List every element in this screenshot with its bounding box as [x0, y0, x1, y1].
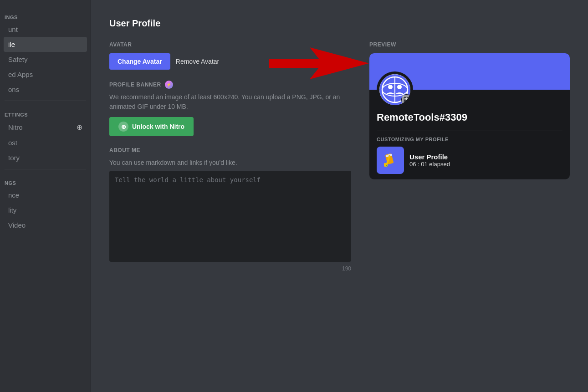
sidebar-item-history[interactable]: tory	[4, 150, 87, 165]
nitro-swirl-icon: ⊕	[77, 123, 82, 132]
sidebar-item-account[interactable]: unt	[4, 22, 87, 37]
sidebar-item-label: ons	[8, 86, 19, 93]
customizing-section: CUSTOMIZING MY PROFILE	[369, 131, 570, 179]
preview-avatar-area	[369, 71, 570, 108]
sidebar-item-boost[interactable]: ost	[4, 135, 87, 150]
about-me-description: You can use markdown and links if you'd …	[109, 159, 351, 166]
change-avatar-button[interactable]: Change Avatar	[109, 53, 170, 70]
sidebar-divider-2	[5, 169, 86, 169]
right-column: PREVIEW	[369, 41, 570, 272]
activity-icon	[377, 147, 404, 174]
avatar-buttons-wrapper: Change Avatar Remove Avatar	[109, 53, 351, 70]
preview-label: PREVIEW	[369, 41, 570, 48]
remove-avatar-button[interactable]: Remove Avatar	[176, 58, 219, 65]
profile-banner-section: PROFILE BANNER ⚡ We recommend an image o…	[109, 81, 351, 136]
preview-avatar	[377, 71, 413, 108]
two-col-layout: AVATAR Change Avatar Remove Avatar PROFI…	[109, 41, 570, 272]
sidebar-item-video[interactable]: Video	[4, 218, 87, 233]
about-me-section: ABOUT ME You can use markdown and links …	[109, 147, 351, 272]
avatar-buttons: Change Avatar Remove Avatar	[109, 53, 351, 70]
unlock-nitro-button[interactable]: ⊕ Unlock with Nitro	[109, 117, 194, 136]
profile-banner-label: PROFILE BANNER	[109, 81, 161, 88]
sidebar-item-label: ed Apps	[8, 71, 33, 78]
sidebar-section-app-settings: ETTINGS Nitro ⊕ ost tory	[0, 105, 91, 165]
unlock-nitro-label: Unlock with Nitro	[132, 123, 184, 130]
nitro-badge-icon: ⚡	[165, 81, 173, 89]
pencil-icon	[382, 152, 399, 168]
sidebar-item-safety[interactable]: Safety	[4, 52, 87, 67]
main-content: User Profile AVATAR Change Avatar Remove…	[91, 0, 588, 392]
sidebar-item-label: Video	[8, 221, 26, 229]
banner-description: We recommend an image of at least 600x24…	[109, 92, 351, 112]
sidebar-item-label: tory	[8, 154, 20, 162]
char-count: 190	[109, 265, 351, 272]
activity-info: User Profile 06 : 01 elapsed	[409, 153, 450, 168]
about-me-textarea[interactable]	[109, 171, 351, 262]
sidebar-section-label-app-settings: ETTINGS	[0, 105, 91, 119]
avatar-edit-icon[interactable]	[401, 94, 412, 105]
sidebar-item-connections[interactable]: ons	[4, 82, 87, 97]
sidebar-item-label: Nitro	[8, 123, 23, 131]
sidebar-item-label: unt	[8, 25, 18, 33]
preview-username: RemoteTools#3309	[369, 108, 570, 131]
page-title: User Profile	[109, 18, 570, 29]
sidebar-item-appearance[interactable]: nce	[4, 188, 87, 203]
nitro-swirl-button-icon: ⊕	[118, 122, 128, 132]
left-column: AVATAR Change Avatar Remove Avatar PROFI…	[109, 41, 351, 272]
sidebar: INGS unt ile Safety ed Apps ons ETTINGS …	[0, 0, 91, 392]
avatar-section-label: AVATAR	[109, 41, 351, 48]
sidebar-item-label: Safety	[8, 56, 28, 63]
svg-point-5	[388, 85, 393, 89]
sidebar-section-label-settings: INGS	[0, 7, 91, 22]
customizing-label: CUSTOMIZING MY PROFILE	[377, 137, 562, 142]
activity-elapsed: 06 : 01 elapsed	[409, 161, 450, 168]
activity-title: User Profile	[409, 153, 450, 161]
sidebar-item-accessibility[interactable]: lity	[4, 203, 87, 218]
sidebar-item-label: ile	[8, 41, 15, 48]
sidebar-item-nitro[interactable]: Nitro ⊕	[4, 119, 87, 135]
sidebar-item-apps[interactable]: ed Apps	[4, 67, 87, 82]
sidebar-item-label: nce	[8, 191, 19, 199]
sidebar-divider-1	[5, 101, 86, 101]
sidebar-section-ui-settings: NGS nce lity Video	[0, 173, 91, 233]
sidebar-section-label-ui-settings: NGS	[0, 173, 91, 188]
sidebar-section-settings: INGS unt ile Safety ed Apps ons	[0, 7, 91, 97]
sidebar-item-profile[interactable]: ile	[4, 37, 87, 52]
svg-point-6	[397, 85, 402, 89]
about-me-label: ABOUT ME	[109, 147, 351, 153]
preview-card: RemoteTools#3309 CUSTOMIZING MY PROFILE	[369, 53, 570, 179]
activity-row: User Profile 06 : 01 elapsed	[377, 147, 562, 174]
sidebar-item-label: ost	[8, 139, 17, 147]
sidebar-item-label: lity	[8, 206, 16, 214]
banner-label-row: PROFILE BANNER ⚡	[109, 81, 351, 89]
